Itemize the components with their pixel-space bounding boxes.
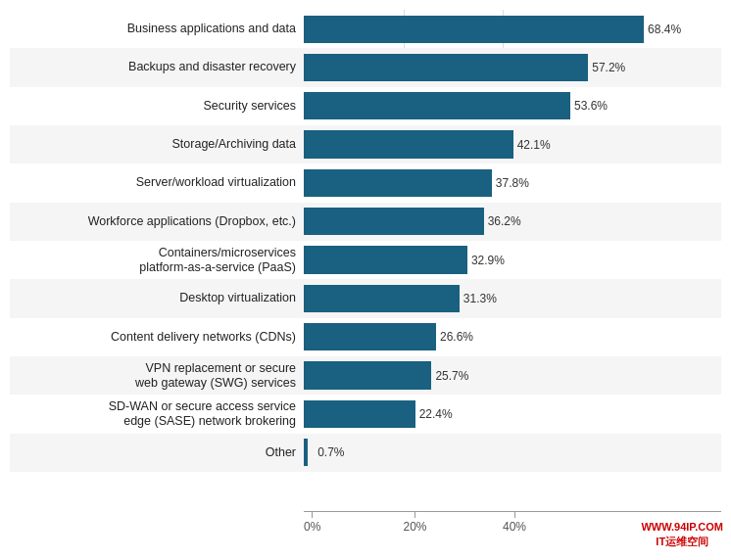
bar-value: 25.7% — [435, 369, 468, 383]
bar-label: Storage/Archiving data — [10, 137, 304, 152]
chart-container: Business applications and data68.4%Backu… — [0, 0, 731, 560]
bar-value: 31.3% — [463, 292, 497, 305]
bar-value: 26.6% — [440, 330, 473, 344]
bar: 57.2% — [304, 54, 588, 81]
bar-wrap: 25.7% — [304, 356, 721, 395]
bar-row: Business applications and data68.4% — [10, 10, 721, 48]
bar-label: Workforce applications (Dropbox, etc.) — [10, 214, 304, 229]
bar-wrap: 53.6% — [304, 87, 721, 125]
bar-row: Workforce applications (Dropbox, etc.)36… — [10, 203, 721, 241]
bar-label: Desktop virtualization — [10, 291, 304, 305]
bar: 68.4% — [304, 16, 644, 43]
bar-wrap: 37.8% — [304, 163, 721, 202]
watermark: WWW.94IP.COM IT运维空间 — [641, 520, 723, 548]
bar-row: Containers/microservicesplatform-as-a-se… — [10, 241, 721, 279]
bar-value: 68.4% — [648, 23, 681, 36]
bar-row: Other0.7% — [10, 434, 721, 472]
bar: 25.7% — [304, 361, 431, 389]
bar-wrap: 42.1% — [304, 125, 721, 163]
bar-value: 42.1% — [517, 138, 551, 152]
bar-row: VPN replacement or secureweb gateway (SW… — [10, 356, 721, 395]
bar-wrap: 68.4% — [304, 10, 721, 48]
bar: 42.1% — [304, 130, 513, 158]
bar: 32.9% — [304, 246, 467, 273]
bar-value: 0.7% — [317, 445, 344, 459]
bar-value: 37.8% — [496, 176, 529, 190]
bar-row: Content delivery networks (CDNs)26.6% — [10, 318, 721, 356]
bar-label: Business applications and data — [10, 22, 304, 36]
bar-wrap: 26.6% — [304, 318, 721, 356]
bar: 26.6% — [304, 323, 436, 350]
bar-wrap: 36.2% — [304, 203, 721, 241]
bar-wrap: 31.3% — [304, 279, 721, 317]
bar: 53.6% — [304, 92, 570, 119]
bar-chart: Business applications and data68.4%Backu… — [10, 10, 721, 472]
bar-wrap: 32.9% — [304, 241, 721, 279]
bar-label: SD-WAN or secure access serviceedge (SAS… — [10, 399, 304, 429]
bar: 31.3% — [304, 285, 460, 312]
bar-value: 32.9% — [471, 254, 505, 267]
bar-value: 22.4% — [419, 407, 453, 421]
bar-label: Other — [10, 445, 304, 460]
bar-label: Server/workload virtualization — [10, 175, 304, 190]
bar: 0.7% — [304, 439, 308, 466]
bar-row: Backups and disaster recovery57.2% — [10, 48, 721, 86]
bar: 37.8% — [304, 169, 492, 197]
bar-row: Storage/Archiving data42.1% — [10, 125, 721, 163]
bar-label: Security services — [10, 99, 304, 114]
bar-wrap: 0.7% — [304, 434, 721, 472]
bar-label: Content delivery networks (CDNs) — [10, 330, 304, 345]
bar: 22.4% — [304, 400, 415, 428]
x-axis-tick: 40% — [503, 512, 526, 534]
bar: 36.2% — [304, 208, 484, 235]
x-axis-tick: 20% — [404, 512, 427, 534]
bar-value: 53.6% — [574, 99, 608, 113]
bar-value: 36.2% — [488, 214, 521, 228]
bar-label: VPN replacement or secureweb gateway (SW… — [10, 361, 304, 391]
bar-row: Desktop virtualization31.3% — [10, 279, 721, 317]
bar-label: Backups and disaster recovery — [10, 60, 304, 74]
bar-wrap: 57.2% — [304, 48, 721, 86]
bar-row: SD-WAN or secure access serviceedge (SAS… — [10, 395, 721, 433]
bar-value: 57.2% — [592, 61, 625, 74]
x-axis-tick: 0% — [304, 512, 320, 534]
bar-row: Server/workload virtualization37.8% — [10, 163, 721, 202]
bar-row: Security services53.6% — [10, 87, 721, 125]
bar-wrap: 22.4% — [304, 395, 721, 433]
bar-label: Containers/microservicesplatform-as-a-se… — [10, 246, 304, 275]
